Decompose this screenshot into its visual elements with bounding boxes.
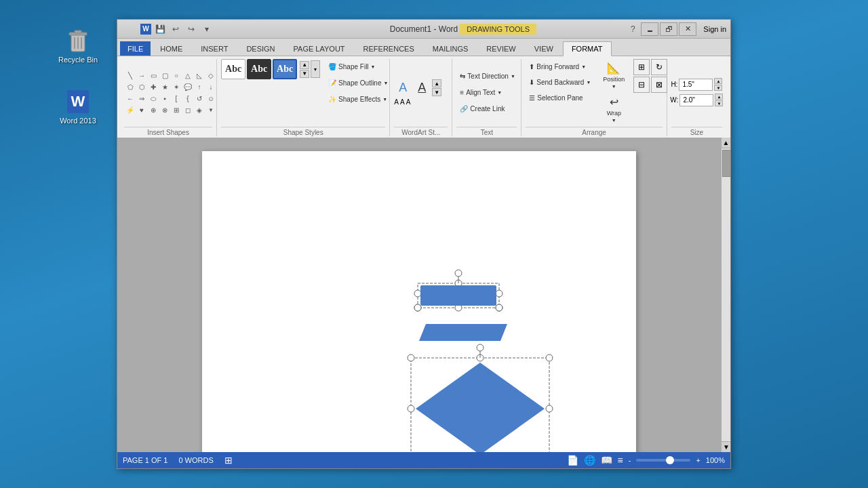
shape-more1[interactable]: ⊕: [147, 104, 159, 117]
shape-bracket[interactable]: [: [170, 93, 182, 105]
shape-line[interactable]: ╲: [124, 70, 136, 82]
shape-more3[interactable]: ⊞: [170, 104, 182, 117]
height-down[interactable]: ▼: [714, 85, 722, 91]
tab-page-layout[interactable]: PAGE LAYOUT: [285, 41, 354, 56]
style-down[interactable]: ▼: [300, 70, 309, 78]
text-direction-button[interactable]: ⇆ Text Direction ▼: [456, 68, 519, 83]
create-link-button[interactable]: 🔗 Create Link: [456, 101, 508, 116]
align-objects-btn[interactable]: ⊞: [633, 59, 650, 75]
style-more[interactable]: ▾: [311, 60, 320, 78]
selection-pane-button[interactable]: ☰ Selection Pane: [526, 90, 594, 105]
shape-rounded-rect[interactable]: ▢: [159, 70, 171, 82]
scroll-up-btn[interactable]: ▲: [722, 138, 730, 148]
shape-star[interactable]: ★: [159, 81, 171, 94]
rotate-btn[interactable]: ↻: [651, 59, 667, 75]
help-button[interactable]: ?: [626, 22, 639, 36]
view-outline-btn[interactable]: ≡: [618, 455, 623, 466]
shape-more5[interactable]: ◈: [193, 104, 205, 117]
effects-dropdown-arrow[interactable]: ▼: [382, 97, 387, 102]
rotate-handle-top[interactable]: [455, 270, 462, 277]
text-dir-arrow[interactable]: ▼: [511, 74, 515, 79]
handle-br[interactable]: [496, 304, 502, 311]
position-arrow[interactable]: ▼: [612, 84, 616, 89]
language-icon[interactable]: ⊞: [224, 455, 233, 466]
vertical-scrollbar[interactable]: ▲ ▼: [721, 138, 730, 452]
shape-left-arrow[interactable]: ←: [124, 93, 136, 105]
tab-references[interactable]: REFERENCES: [355, 41, 423, 56]
diamond-handle-ml[interactable]: [408, 405, 414, 412]
wrap-text-button[interactable]: ↩ Wrap ▼: [599, 93, 629, 125]
shape-up-arrow[interactable]: ↑: [193, 81, 205, 94]
shape-more4[interactable]: ◻: [182, 104, 194, 117]
shape-outline-button[interactable]: 📝 Shape Outline ▼: [325, 75, 391, 90]
width-down[interactable]: ▼: [715, 100, 723, 106]
diamond-handle-tr[interactable]: [546, 354, 553, 361]
shape-diamond2[interactable]: ◇: [205, 70, 217, 82]
zoom-plus-btn[interactable]: +: [696, 456, 700, 464]
flowchart-parallelogram[interactable]: [419, 324, 507, 341]
shape-6star[interactable]: ✶: [170, 81, 182, 94]
shape-right-arrow2[interactable]: ⇒: [136, 93, 148, 105]
handle-bl[interactable]: [414, 304, 421, 311]
expand-shapes[interactable]: ▼: [205, 104, 217, 117]
shape-brace[interactable]: {: [182, 93, 194, 105]
flowchart-rect-top[interactable]: [420, 285, 496, 306]
view-web-btn[interactable]: 🌐: [584, 455, 595, 466]
tab-review[interactable]: REVIEW: [477, 41, 524, 56]
wordart-A-btn[interactable]: A: [394, 79, 412, 97]
zoom-slider[interactable]: [636, 459, 690, 462]
height-up[interactable]: ▲: [714, 78, 722, 84]
group-btn[interactable]: ⊟: [633, 77, 650, 93]
shape-curved-arrow[interactable]: ↺: [193, 93, 205, 105]
shape-rect[interactable]: ▭: [147, 70, 159, 82]
shape-style-3[interactable]: Abc: [273, 59, 297, 79]
view-read-btn[interactable]: 📖: [601, 455, 612, 466]
recycle-bin-icon[interactable]: Recycle Bin: [54, 27, 102, 64]
shape-lightning[interactable]: ⚡: [124, 104, 136, 117]
shape-cube[interactable]: ▪: [159, 93, 171, 105]
shape-triangle[interactable]: △: [182, 70, 194, 82]
send-bkwd-arrow[interactable]: ▼: [586, 80, 591, 85]
save-qa-btn[interactable]: 💾: [153, 22, 167, 36]
minimize-button[interactable]: 🗕: [641, 22, 658, 36]
tab-home[interactable]: HOME: [151, 41, 191, 56]
width-input[interactable]: 2.0": [679, 94, 713, 106]
word-2013-icon[interactable]: W Word 2013: [54, 88, 102, 125]
shape-oval[interactable]: ○: [170, 70, 182, 82]
tab-insert[interactable]: INSERT: [192, 41, 237, 56]
position-button[interactable]: 📐 Position ▼: [599, 59, 629, 92]
diamond-handle-mr[interactable]: [546, 405, 553, 412]
wrap-arrow[interactable]: ▼: [612, 118, 616, 123]
shape-down-arrow[interactable]: ↓: [205, 81, 217, 94]
shape-effects-button[interactable]: ✨ Shape Effects ▼: [325, 92, 391, 106]
rotate-handle-diamond[interactable]: [477, 344, 484, 351]
customize-qa-btn[interactable]: ▾: [200, 22, 214, 36]
wordart-up[interactable]: ▲: [432, 79, 441, 87]
diamond-handle-tl[interactable]: [408, 354, 414, 361]
height-input[interactable]: 1.5": [679, 79, 713, 91]
zoom-minus-btn[interactable]: -: [629, 456, 631, 464]
shape-heart[interactable]: ♥: [136, 104, 148, 117]
shape-callout[interactable]: 💬: [182, 81, 194, 94]
shape-cross[interactable]: ✚: [147, 81, 159, 94]
scroll-down-btn[interactable]: ▼: [722, 441, 730, 452]
bring-forward-button[interactable]: ⬆ Bring Forward ▼: [526, 59, 594, 74]
shape-hexagon[interactable]: ⬡: [136, 81, 148, 94]
handle-tl[interactable]: [414, 290, 421, 297]
sign-in-link[interactable]: Sign in: [703, 22, 726, 36]
tab-file[interactable]: FILE: [120, 41, 151, 56]
wordart-A2-btn[interactable]: A: [413, 79, 431, 97]
fill-dropdown-arrow[interactable]: ▼: [371, 64, 376, 69]
close-button[interactable]: ✕: [679, 22, 696, 36]
bring-fwd-arrow[interactable]: ▼: [581, 64, 586, 69]
handle-tr[interactable]: [496, 290, 502, 297]
shape-more2[interactable]: ⊗: [159, 104, 171, 117]
scroll-thumb[interactable]: [722, 150, 730, 177]
flowchart-diamond[interactable]: [416, 363, 545, 452]
zoom-thumb[interactable]: [666, 456, 674, 464]
shape-cylinder[interactable]: ⬭: [147, 93, 159, 105]
undo-qa-btn[interactable]: ↩: [169, 22, 182, 36]
tab-view[interactable]: VIEW: [526, 41, 562, 56]
shape-rt-triangle[interactable]: ◺: [193, 70, 205, 82]
tab-design[interactable]: DESIGN: [237, 41, 283, 56]
